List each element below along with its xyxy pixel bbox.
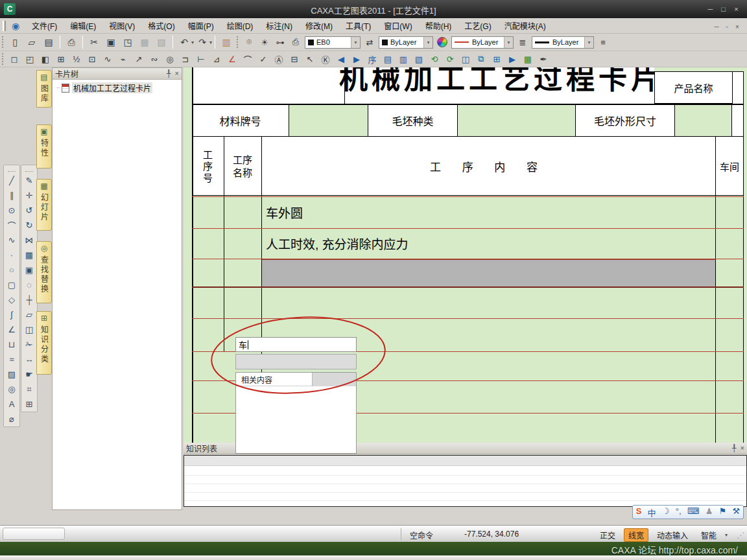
array-tool[interactable]: ▦ (21, 248, 37, 262)
break-line-button[interactable]: ⌁ (116, 52, 130, 65)
linetype-combobox[interactable]: ByLayer ▾ (451, 36, 514, 49)
paste-special-button[interactable]: ▧ (154, 35, 169, 49)
center-line-tool[interactable]: ┼ (21, 292, 37, 307)
table-sum-button[interactable]: ▦ (521, 52, 535, 65)
process-row-1[interactable]: 车外圆 (266, 204, 303, 221)
dim-coordinate-button[interactable]: ⊿ (209, 52, 224, 65)
process-row-2[interactable]: 人工时效, 充分消除内应力 (266, 235, 409, 252)
ime-full-half-icon[interactable]: ☽ (662, 506, 670, 519)
box3d-tool[interactable]: ◫ (21, 322, 37, 337)
frame-zoom-button[interactable]: ◰ (23, 52, 37, 65)
point-tool[interactable]: · (4, 248, 19, 262)
arc-tool[interactable]: ⌒ (4, 218, 19, 233)
paste-frame-tool[interactable]: ◌ (21, 277, 37, 292)
tab-library[interactable]: ▤ 图库 (36, 70, 52, 108)
section-symbol-button[interactable]: ⊐ (178, 52, 193, 65)
axis-line-tool[interactable]: ∠ (4, 322, 19, 337)
line-tool[interactable]: ╱ (4, 173, 19, 188)
tab-knowledge-category[interactable]: ⊞ 知识分类 (36, 311, 52, 375)
copy-rotate-tool[interactable]: ↺ (21, 203, 37, 218)
menu-format[interactable]: 格式(O) (141, 18, 181, 33)
pan-hand-tool[interactable]: ☛ (21, 367, 37, 382)
menu-tools[interactable]: 工具(T) (339, 18, 377, 33)
menu-file[interactable]: 文件(F) (25, 18, 64, 33)
menu-sheet[interactable]: 幅面(P) (182, 18, 220, 33)
ime-tools-icon[interactable]: ⚒ (733, 506, 741, 519)
row-renumber-button[interactable]: ½ (69, 52, 84, 65)
polygon-tool[interactable]: ◇ (4, 292, 19, 307)
resize-grip[interactable]: ⋰ (737, 531, 744, 540)
find-zoom-button[interactable]: ◎ (163, 52, 177, 65)
pin-icon[interactable]: ╀ (732, 444, 737, 452)
card-refresh-button[interactable]: ⟲ (427, 52, 442, 65)
arrow-annotate-button[interactable]: ↗ (132, 52, 146, 65)
open-button[interactable]: ▱ (24, 35, 40, 49)
ole-insert-button[interactable]: ▥ (219, 35, 234, 49)
check-symbol-button[interactable]: ✓ (256, 52, 270, 65)
menu-annotate[interactable]: 标注(N) (259, 18, 299, 33)
knowledge-autocomplete-input[interactable]: 车 (235, 337, 357, 352)
toggle-linewidth[interactable]: 线宽 (624, 528, 648, 542)
window-maximize-button[interactable]: □ (718, 5, 729, 14)
window-copy-button[interactable]: ◫ (458, 52, 473, 65)
pin-icon[interactable]: ╀ (167, 69, 171, 78)
lineweight-combo-caret[interactable]: ▾ (584, 37, 593, 48)
table-insert-button[interactable]: ⊞ (54, 52, 68, 65)
card-stack-button[interactable]: ⧉ (474, 52, 488, 65)
leader-annotate-button[interactable]: ↖ (303, 52, 317, 65)
erase-brush-tool[interactable]: ✎ (21, 173, 37, 188)
menu-process[interactable]: 工艺(G) (458, 18, 497, 33)
toolbar-grip[interactable] (25, 167, 33, 172)
ime-punctuation-icon[interactable]: °, (676, 506, 682, 519)
redo-button[interactable]: ↷ (195, 35, 210, 49)
text-tool[interactable]: A (4, 397, 19, 412)
tolerance-box-button[interactable]: ⊟ (287, 52, 302, 65)
color-wheel-icon[interactable] (437, 37, 447, 47)
ime-skin-icon[interactable]: ⚑ (719, 506, 727, 519)
tab-slides[interactable]: ▦ 幻灯片 (36, 179, 52, 231)
tile-view-button[interactable]: ⊞ (490, 52, 504, 65)
tab-find-replace[interactable]: ◎ 查找替换 (36, 241, 52, 303)
smart-dropdown-caret[interactable]: ▾ (725, 532, 728, 538)
copy-button[interactable]: ▣ (103, 35, 119, 49)
card-edit-button[interactable]: ▤ (381, 52, 395, 65)
move-tool[interactable]: ✛ (21, 188, 37, 203)
stretch-tool[interactable]: ▱ (21, 307, 37, 322)
menu-view[interactable]: 视图(V) (102, 18, 141, 33)
ime-account-icon[interactable]: ♟ (706, 506, 713, 519)
window-minimize-button[interactable]: ─ (705, 5, 716, 14)
autocomplete-secondary-field[interactable] (235, 354, 357, 369)
layer-combobox[interactable]: EB0 ▾ (305, 36, 361, 49)
toolbar-grip[interactable] (237, 36, 239, 48)
mdi-minimize-button[interactable]: ─ (712, 23, 721, 32)
dim-edit-tool[interactable]: ↔ (21, 352, 37, 367)
ellipse-tool[interactable]: ○ (4, 262, 19, 277)
layer-on-button[interactable]: ⌾ (242, 36, 256, 49)
close-icon[interactable]: × (741, 444, 744, 452)
linetype-manager-button[interactable]: ≣ (516, 36, 530, 49)
props-edit-tool[interactable]: ⊞ (21, 397, 37, 412)
layer-lock-button[interactable]: ⊶ (273, 36, 287, 49)
card-export-button[interactable]: ▥ (396, 52, 410, 65)
spline-tool[interactable]: ∿ (4, 233, 19, 248)
color-combobox[interactable]: ByLayer ▾ (379, 36, 433, 49)
toolbar-grip[interactable] (2, 53, 5, 65)
mdi-close-button[interactable]: × (733, 23, 742, 32)
undo-dropdown-caret[interactable]: ▾ (191, 40, 194, 45)
menu-window[interactable]: 窗口(W) (377, 18, 418, 33)
trim-tool[interactable]: ✁ (21, 337, 37, 352)
spline-loop-button[interactable]: ∾ (147, 52, 161, 65)
menu-modify[interactable]: 修改(M) (299, 18, 339, 33)
datum-symbol-button[interactable]: Ⓐ (272, 52, 286, 65)
print-button[interactable]: ⎙ (64, 35, 79, 49)
toggle-dynamic-input[interactable]: 动态输入 (652, 528, 693, 542)
blank-size-value-cell[interactable] (674, 105, 732, 136)
paste-button[interactable]: ▦ (137, 35, 152, 49)
copy-tool[interactable]: ▣ (21, 262, 37, 277)
process-step-button[interactable]: 序 (365, 52, 379, 65)
cell-edit-button[interactable]: ◧ (38, 52, 53, 65)
prev-card-button[interactable]: ◀ (334, 52, 348, 65)
menu-edit[interactable]: 编辑(E) (64, 18, 102, 33)
related-content-header-button[interactable] (312, 373, 356, 386)
material-value-cell[interactable] (289, 105, 368, 136)
